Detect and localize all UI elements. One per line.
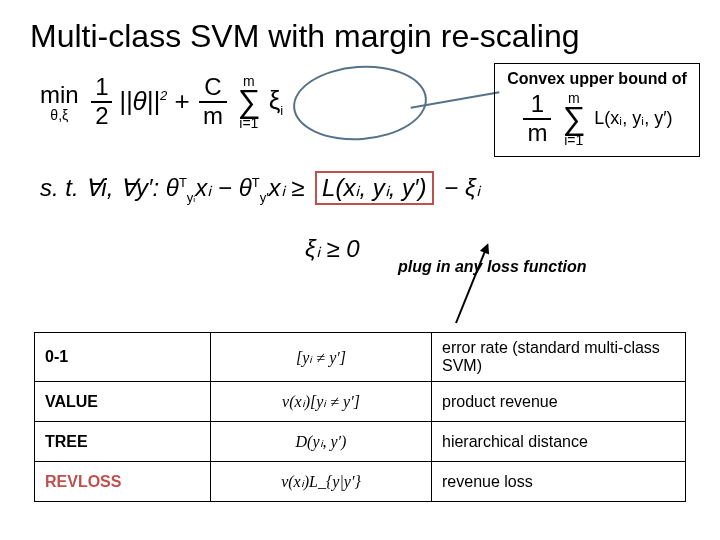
page-title: Multi-class SVM with margin re-scaling [0, 0, 720, 55]
theta-norm: ||θ||2 [119, 86, 175, 116]
table-row: 0-1 [yᵢ ≠ y′] error rate (standard multi… [35, 333, 686, 382]
loss-name: REVLOSS [35, 462, 211, 502]
min-operator: min θ,ξ [40, 81, 79, 123]
circle-annotation [291, 61, 430, 144]
loss-desc: hierarchical distance [432, 422, 686, 462]
arrow-annotation [455, 245, 488, 324]
loss-desc: revenue loss [432, 462, 686, 502]
loss-formula: v(xᵢ)[yᵢ ≠ y′] [211, 382, 432, 422]
slide: Multi-class SVM with margin re-scaling m… [0, 0, 720, 540]
loss-formula: D(yᵢ, y′) [211, 422, 432, 462]
sum-symbol: m ∑ i=1 [237, 73, 260, 131]
loss-name: VALUE [35, 382, 211, 422]
loss-table: 0-1 [yᵢ ≠ y′] error rate (standard multi… [34, 332, 686, 502]
box-title: Convex upper bound of [505, 70, 689, 88]
table-row: VALUE v(xᵢ)[yᵢ ≠ y′] product revenue [35, 382, 686, 422]
loss-desc: error rate (standard multi-class SVM) [432, 333, 686, 382]
formula-area: min θ,ξ 1 2 ||θ||2 + C m m ∑ i=1 ξi [0, 63, 720, 293]
loss-formula: v(xᵢ)L_{y|y′} [211, 462, 432, 502]
loss-name: 0-1 [35, 333, 211, 382]
loss-highlight-box: L(xᵢ, yᵢ, y′) [315, 171, 434, 205]
convex-bound-box: Convex upper bound of 1 m m ∑ i=1 L(xᵢ, … [494, 63, 700, 157]
table-row: TREE D(yᵢ, y′) hierarchical distance [35, 422, 686, 462]
plug-note: plug in any loss function [398, 258, 586, 276]
table-row: REVLOSS v(xᵢ)L_{y|y′} revenue loss [35, 462, 686, 502]
nonneg-constraint: ξᵢ ≥ 0 [305, 235, 360, 263]
loss-name: TREE [35, 422, 211, 462]
loss-table-wrap: 0-1 [yᵢ ≠ y′] error rate (standard multi… [0, 332, 720, 502]
loss-desc: product revenue [432, 382, 686, 422]
box-formula: 1 m m ∑ i=1 L(xᵢ, yᵢ, y′) [505, 90, 689, 148]
constraint-formula: s. t. ∀i, ∀y′: θTyᵢxᵢ − θTy′xᵢ ≥ L(xᵢ, y… [40, 171, 480, 205]
half-fraction: 1 2 [91, 74, 112, 129]
xi-term: ξi [269, 85, 284, 115]
objective-formula: min θ,ξ 1 2 ||θ||2 + C m m ∑ i=1 ξi [40, 73, 283, 131]
loss-formula: [yᵢ ≠ y′] [211, 333, 432, 382]
c-over-m: C m [199, 74, 227, 129]
